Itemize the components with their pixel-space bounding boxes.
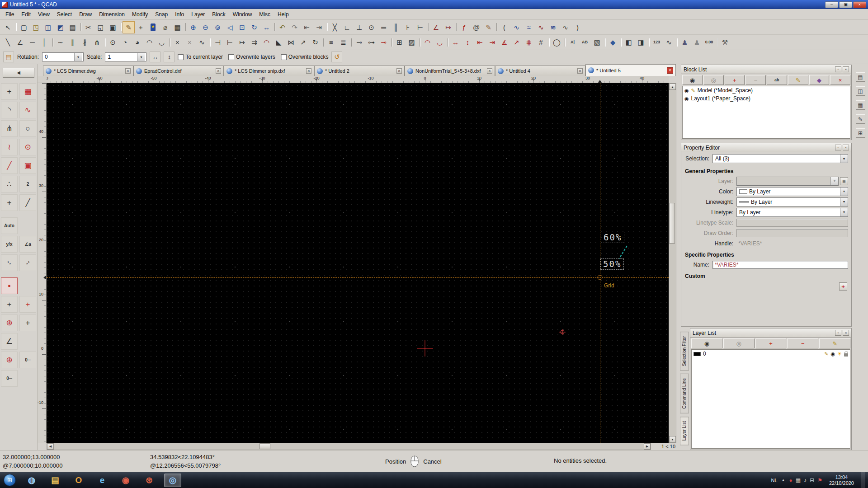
- option-checkbox[interactable]: Overwrite layers: [228, 54, 275, 60]
- option-checkbox[interactable]: To current layer: [178, 54, 223, 60]
- redo-icon[interactable]: ↷: [288, 21, 301, 33]
- spline-d-icon[interactable]: ≋: [547, 21, 559, 33]
- back-button[interactable]: ◀: [3, 68, 34, 78]
- checkbox-box[interactable]: [228, 54, 234, 60]
- chevron-down-icon[interactable]: ▼: [840, 188, 848, 196]
- add-custom-property-icon[interactable]: +: [839, 282, 847, 291]
- cut-icon[interactable]: ✂: [82, 21, 94, 33]
- restrict-orthogonal-icon[interactable]: ⊦: [402, 21, 414, 33]
- arc-dim2-icon[interactable]: ◡: [434, 36, 446, 48]
- spline-a-icon[interactable]: ∿: [510, 21, 523, 33]
- fillet-icon[interactable]: ◠: [260, 36, 273, 48]
- restrict-vertical-icon[interactable]: ║: [390, 21, 402, 33]
- dock-tab[interactable]: Selection Filter: [680, 332, 689, 371]
- line-freehand-icon[interactable]: ∼: [54, 36, 66, 48]
- arc-tangent-icon[interactable]: ◡: [156, 36, 168, 48]
- selected-line-entity[interactable]: [619, 246, 627, 259]
- chevron-down-icon[interactable]: ▼: [74, 53, 82, 61]
- auto-snap-button[interactable]: Auto: [1, 217, 18, 234]
- constraint-open-icon[interactable]: (: [498, 21, 510, 33]
- menu-item[interactable]: Misc: [255, 10, 274, 19]
- snap-grid-icon[interactable]: +: [19, 296, 36, 313]
- red-line-tool-icon[interactable]: ╱: [1, 157, 18, 174]
- open-file-icon[interactable]: ◳: [30, 21, 42, 33]
- select-pointer-icon[interactable]: ↖: [2, 21, 14, 33]
- snap-middle-icon[interactable]: ⊥: [353, 21, 365, 33]
- show-all-blocks-icon[interactable]: ◉: [682, 75, 703, 85]
- color-combo[interactable]: By Layer ▼: [736, 187, 848, 196]
- viewport-icon[interactable]: ◧: [623, 36, 635, 48]
- layer-visible-icon[interactable]: ◉: [831, 352, 835, 357]
- purge-blocks-icon[interactable]: ×: [830, 75, 850, 85]
- rotation-combo[interactable]: 0 ▼: [42, 52, 84, 61]
- v-scroll-track[interactable]: [669, 90, 676, 436]
- tray-display-icon[interactable]: ⊟: [810, 478, 814, 483]
- tray-volume-icon[interactable]: ♪: [804, 478, 807, 483]
- coord-absolute-icon[interactable]: ¹₂: [1, 254, 18, 271]
- flip-horizontal-button[interactable]: ↔: [150, 52, 160, 62]
- selection-combo[interactable]: All (3) ▼: [712, 154, 848, 163]
- checkbox-box[interactable]: [178, 54, 184, 60]
- scale-combo[interactable]: 1 ▼: [105, 52, 146, 61]
- spline-b-icon[interactable]: ≈: [523, 21, 535, 33]
- line-horizontal-icon[interactable]: ─: [26, 36, 38, 48]
- line-parallel-icon[interactable]: ∥: [66, 36, 79, 48]
- document-tab[interactable]: * Untitled 5 ×: [585, 64, 676, 76]
- layer-lock-icon[interactable]: [844, 353, 848, 357]
- document-tab[interactable]: * Untitled 4 ×: [495, 66, 585, 76]
- dim-ordinate-icon[interactable]: ⋕: [523, 36, 535, 48]
- reset-options-button[interactable]: ↺: [331, 52, 342, 62]
- float-panel-icon[interactable]: ▫: [835, 145, 841, 150]
- snap-reference-icon[interactable]: ▪: [1, 277, 18, 294]
- menu-item[interactable]: File: [2, 10, 18, 19]
- block-visible-icon[interactable]: ◉: [684, 88, 689, 93]
- start-button[interactable]: ⊞: [4, 474, 16, 486]
- dim-baseline-icon[interactable]: #: [535, 36, 547, 48]
- save-as-icon[interactable]: ◩: [54, 21, 66, 33]
- selected-text-entity[interactable]: 60%: [601, 232, 624, 243]
- hide-all-blocks-icon[interactable]: ◎: [703, 75, 724, 85]
- menu-item[interactable]: View: [34, 10, 53, 19]
- block-person-icon[interactable]: ♟: [691, 36, 703, 48]
- document-tab[interactable]: * Untitled 2 ×: [314, 66, 405, 76]
- restrict-horizontal-icon[interactable]: ═: [377, 21, 390, 33]
- tab-close-icon[interactable]: ×: [396, 68, 402, 74]
- save-file-icon[interactable]: ◫: [42, 21, 54, 33]
- menu-item[interactable]: Window: [229, 10, 256, 19]
- scroll-left-icon[interactable]: ◀: [47, 443, 54, 450]
- zoom-out-icon[interactable]: ⊖: [199, 21, 212, 33]
- dim-horizontal-icon[interactable]: ⇤: [474, 36, 486, 48]
- add-block-icon[interactable]: +: [725, 75, 745, 85]
- minimize-button[interactable]: –: [825, 1, 838, 8]
- block-row[interactable]: ◉ Layout1 (*Paper_Space): [683, 94, 850, 103]
- freehand-tool-icon[interactable]: ∿: [19, 102, 36, 118]
- show-all-layers-icon[interactable]: ◉: [691, 338, 722, 348]
- circle-3point-icon[interactable]: ◕: [131, 36, 143, 48]
- branch-tool-icon[interactable]: ⋔: [1, 120, 18, 137]
- two-copies-tool-icon[interactable]: 2: [19, 176, 36, 192]
- insert-block-icon[interactable]: ◆: [809, 75, 830, 85]
- dim-aligned-icon[interactable]: ↔: [449, 36, 462, 48]
- chamfer-icon[interactable]: ◣: [273, 36, 285, 48]
- zoom-in-icon[interactable]: ⊕: [187, 21, 199, 33]
- linetype-combo[interactable]: By Layer ▼: [736, 208, 848, 217]
- scroll-right-icon[interactable]: ▶: [644, 443, 651, 450]
- script-icon[interactable]: ƒ: [458, 21, 470, 33]
- selection-box-tool-icon[interactable]: ▣: [19, 157, 36, 174]
- arc-3point-icon[interactable]: ◠: [143, 36, 156, 48]
- taskbar-ie-icon[interactable]: e: [94, 474, 111, 487]
- h-scroll-thumb[interactable]: [259, 443, 270, 449]
- trim-both-icon[interactable]: ⊢: [224, 36, 236, 48]
- dim-angular-icon[interactable]: ∡: [498, 36, 510, 48]
- dock-edit-icon[interactable]: ✎: [856, 114, 865, 124]
- line-vertical-icon[interactable]: │: [38, 36, 51, 48]
- trim-icon[interactable]: ⊣: [212, 36, 224, 48]
- point-grid-tool-icon[interactable]: ▦: [19, 83, 36, 100]
- text-multi-icon[interactable]: AB: [579, 36, 591, 48]
- attribute-icon[interactable]: @: [470, 21, 482, 33]
- point-tool-icon[interactable]: +: [1, 83, 18, 100]
- point-cross-icon[interactable]: ×: [171, 36, 184, 48]
- line-bisector-icon[interactable]: ⋔: [91, 36, 103, 48]
- dock-add-icon[interactable]: ⊞: [856, 128, 865, 138]
- v-scroll-thumb[interactable]: [669, 203, 675, 244]
